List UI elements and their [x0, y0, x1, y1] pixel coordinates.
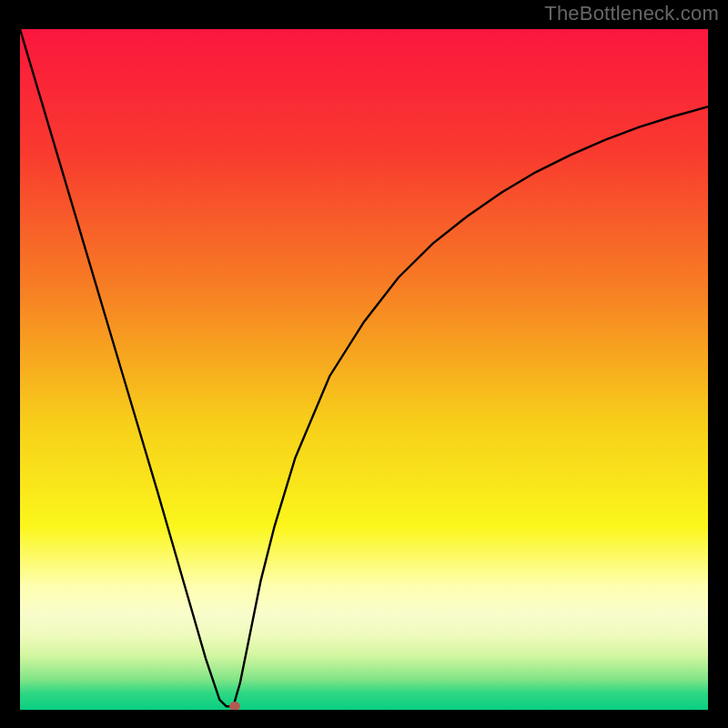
chart-frame: [0, 0, 728, 728]
chart-stage: TheBottleneck.com: [0, 0, 728, 728]
watermark-text: TheBottleneck.com: [544, 2, 719, 25]
